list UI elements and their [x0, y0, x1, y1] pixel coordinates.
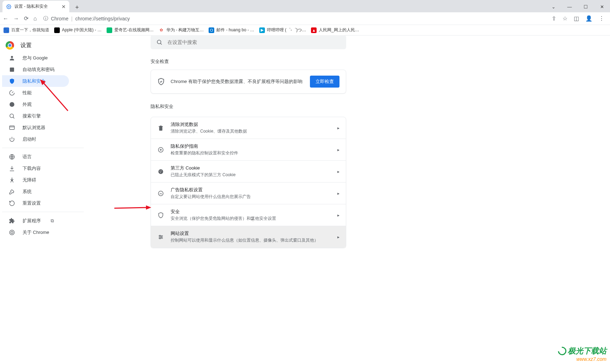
site-info-icon[interactable]: ⓘ: [43, 15, 48, 22]
bookmark-item[interactable]: ✿华为 - 构建万物互…: [159, 27, 204, 33]
bilibili-icon: ▶: [259, 27, 265, 33]
svg-point-12: [12, 178, 13, 179]
search-icon: [8, 113, 15, 119]
sidebar-item-about[interactable]: 关于 Chrome: [2, 226, 69, 238]
divider: [2, 148, 84, 148]
side-panel-icon[interactable]: ◫: [574, 15, 579, 22]
row-privacy-guide[interactable]: 隐私保护指南检查重要的隐私控制设置和安全控件 ▸: [151, 139, 346, 160]
shield-plus-icon: [157, 147, 164, 153]
safety-check-card: Chrome 有助于保护您免受数据泄露、不良扩展程序等问题的影响 立即检查: [151, 70, 346, 94]
svg-line-5: [12, 91, 13, 93]
privacy-card: 清除浏览数据清除浏览记录、Cookie、缓存及其他数据 ▸ 隐私保护指南检查重要…: [151, 117, 346, 248]
chevron-right-icon: ▸: [337, 235, 339, 240]
address-bar[interactable]: ⓘ Chrome | chrome://settings/privacy: [43, 15, 130, 22]
tab-title: 设置 - 隐私和安全: [14, 4, 59, 9]
row-third-party-cookie[interactable]: 第三方 Cookie已阻止无痕模式下的第三方 Cookie ▸: [151, 160, 346, 182]
browser-tab[interactable]: 设置 - 隐私和安全 ✕: [2, 1, 69, 12]
cookie-icon: [157, 168, 164, 175]
sidebar-item-appearance[interactable]: 外观: [2, 98, 69, 110]
bookmark-item[interactable]: 爱奇艺-在线视频网…: [107, 27, 154, 33]
apple-icon: [54, 27, 60, 33]
search-icon: [156, 39, 163, 45]
chrome-logo-icon: [6, 41, 14, 50]
svg-point-14: [11, 231, 13, 234]
sidebar-item-search-engine[interactable]: 搜索引擎: [2, 110, 69, 122]
settings-sidebar: 您与 Google 自动填充和密码 隐私和安全 性能 外观 搜索引擎 默认浏览器…: [0, 52, 88, 238]
sidebar-item-accessibility[interactable]: 无障碍: [2, 174, 69, 186]
bookmark-item[interactable]: ▶哔哩哔哩 (゜-゜)つ…: [259, 27, 306, 33]
iqiyi-icon: [107, 27, 112, 33]
shield-icon: [8, 78, 15, 84]
bookmark-item[interactable]: 🐾百度一下，你就知道: [4, 27, 49, 33]
bookmark-item[interactable]: ▲人民网_网上的人民…: [311, 27, 359, 33]
sidebar-item-you-and-google[interactable]: 您与 Google: [2, 52, 69, 64]
sidebar-item-performance[interactable]: 性能: [2, 87, 69, 98]
ad-icon: [157, 190, 164, 197]
svg-point-25: [161, 236, 162, 237]
forward-icon[interactable]: →: [13, 15, 19, 22]
trash-icon: [157, 125, 164, 131]
sidebar-item-extensions[interactable]: 扩展程序⧉: [2, 215, 69, 226]
browser-toolbar: ← → ⟳ ⌂ ⓘ Chrome | chrome://settings/pri…: [0, 12, 610, 25]
row-clear-browsing[interactable]: 清除浏览数据清除浏览记录、Cookie、缓存及其他数据 ▸: [151, 117, 346, 139]
globe-icon: [8, 154, 15, 160]
svg-point-17: [160, 171, 160, 171]
settings-search[interactable]: [151, 35, 346, 49]
svg-line-2: [160, 43, 161, 44]
profile-icon[interactable]: 👤: [585, 15, 592, 22]
new-tab-button[interactable]: +: [72, 2, 82, 12]
shield-icon: [157, 212, 164, 218]
tab-close-icon[interactable]: ✕: [62, 4, 66, 9]
outlook-icon: O: [209, 27, 214, 33]
bookmark-star-icon[interactable]: ☆: [563, 15, 567, 22]
sidebar-item-privacy[interactable]: 隐私和安全: [2, 75, 69, 87]
svg-point-19: [160, 172, 161, 173]
autofill-icon: [8, 66, 15, 73]
chevron-right-icon: ▸: [337, 191, 339, 196]
svg-line-8: [13, 117, 14, 118]
svg-point-24: [159, 235, 160, 236]
chevron-down-icon[interactable]: ⌄: [545, 1, 561, 12]
back-icon[interactable]: ←: [3, 15, 8, 22]
safety-description: Chrome 有助于保护您免受数据泄露、不良扩展程序等问题的影响: [171, 78, 304, 85]
row-security[interactable]: 安全安全浏览（保护您免受危险网站的侵害）和其他安全设置 ▸: [151, 204, 346, 226]
bookmark-item[interactable]: O邮件 - huang bo - …: [209, 27, 254, 33]
maximize-icon[interactable]: ☐: [578, 1, 594, 12]
sidebar-item-language[interactable]: 语言: [2, 151, 69, 162]
watermark-logo-icon: [556, 345, 568, 357]
sidebar-item-downloads[interactable]: 下载内容: [2, 162, 69, 174]
sidebar-item-autofill[interactable]: 自动填充和密码: [2, 64, 69, 75]
row-site-settings[interactable]: 网站设置控制网站可以使用和显示什么信息（如位置信息、摄像头、弹出式窗口及其他） …: [151, 226, 346, 248]
share-icon[interactable]: ⇪: [552, 15, 556, 22]
accessibility-icon: [8, 177, 15, 183]
watermark: 极光下载站 www.xz7.com: [558, 346, 606, 362]
hand-cursor-icon: ☟: [250, 216, 254, 223]
sidebar-item-default-browser[interactable]: 默认浏览器: [2, 122, 69, 133]
svg-point-6: [9, 102, 14, 107]
shield-check-icon: [157, 78, 165, 85]
download-icon: [8, 165, 15, 172]
palette-icon: [8, 101, 15, 108]
sidebar-item-system[interactable]: 系统: [2, 186, 69, 197]
svg-point-26: [159, 238, 160, 239]
home-icon[interactable]: ⌂: [33, 15, 37, 22]
svg-point-1: [157, 40, 161, 44]
address-host: Chrome: [51, 16, 69, 21]
sidebar-item-on-startup[interactable]: 启动时: [2, 133, 69, 145]
chevron-right-icon: ▸: [337, 169, 339, 174]
bookmark-item[interactable]: Apple (中国大陆) - …: [54, 27, 102, 33]
check-now-button[interactable]: 立即检查: [310, 76, 339, 88]
speedometer-icon: [8, 90, 15, 96]
external-link-icon: ⧉: [51, 218, 54, 224]
menu-dots-icon[interactable]: ⋮: [599, 15, 604, 22]
reset-icon: [8, 200, 15, 206]
chrome-icon: [8, 229, 15, 236]
row-ad-privacy[interactable]: 广告隐私权设置自定义要让网站使用什么信息向您展示广告 ▸: [151, 182, 346, 204]
chevron-right-icon: ▸: [337, 147, 339, 152]
sidebar-item-reset[interactable]: 重置设置: [2, 197, 69, 209]
minimize-icon[interactable]: —: [561, 1, 578, 12]
svg-point-0: [8, 6, 9, 7]
reload-icon[interactable]: ⟳: [24, 15, 28, 22]
settings-search-input[interactable]: [167, 39, 341, 45]
close-icon[interactable]: ✕: [594, 1, 610, 12]
